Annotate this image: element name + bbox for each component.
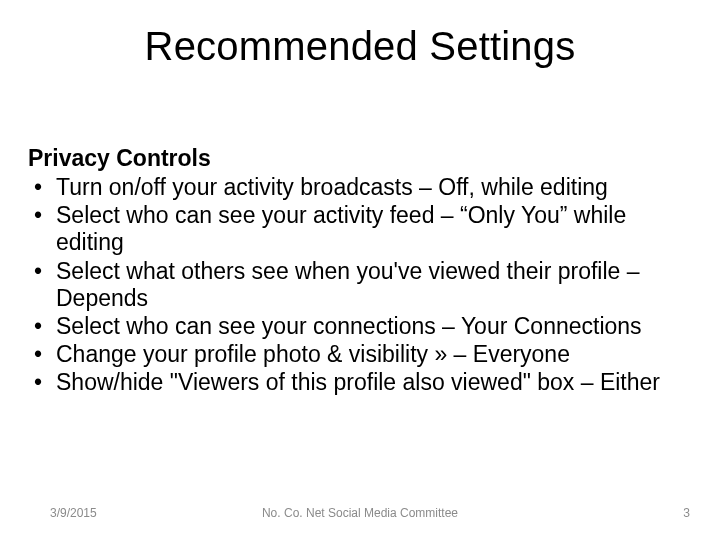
- slide-body: Privacy Controls Turn on/off your activi…: [28, 145, 692, 397]
- list-item: Show/hide "Viewers of this profile also …: [28, 369, 692, 396]
- list-item: Change your profile photo & visibility »…: [28, 341, 692, 368]
- footer-page-number: 3: [683, 506, 690, 520]
- list-item: Select who can see your connections – Yo…: [28, 313, 692, 340]
- slide: Recommended Settings Privacy Controls Tu…: [0, 0, 720, 540]
- bullet-list: Turn on/off your activity broadcasts – O…: [28, 174, 692, 396]
- slide-title: Recommended Settings: [0, 24, 720, 69]
- list-item: Select who can see your activity feed – …: [28, 202, 692, 256]
- section-heading: Privacy Controls: [28, 145, 692, 172]
- list-item: Turn on/off your activity broadcasts – O…: [28, 174, 692, 201]
- footer-center: No. Co. Net Social Media Committee: [0, 506, 720, 520]
- list-item: Select what others see when you've viewe…: [28, 258, 692, 312]
